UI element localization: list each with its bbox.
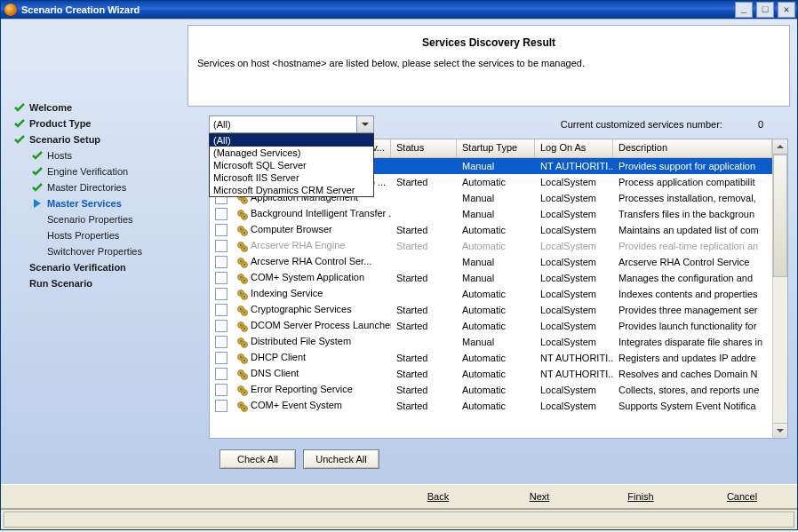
svg-point-44 <box>243 360 245 361</box>
col-startup[interactable]: Startup Type <box>457 139 535 157</box>
row-checkbox[interactable] <box>215 400 227 412</box>
row-checkbox[interactable] <box>215 336 227 348</box>
wizard-nav: Back Next Finish Cancel <box>1 484 797 509</box>
svg-point-56 <box>243 408 245 409</box>
col-logon[interactable]: Log On As <box>535 139 613 157</box>
row-checkbox[interactable] <box>215 304 227 316</box>
scroll-thumb[interactable] <box>773 155 787 277</box>
back-button[interactable]: Back <box>394 491 483 502</box>
row-checkbox[interactable] <box>215 368 227 380</box>
sidebar-item-run-scenario[interactable]: Run Scenario <box>13 275 188 291</box>
cell-desc: Registers and updates IP addre <box>613 351 772 365</box>
cell-status: Started <box>391 175 457 189</box>
sidebar-item-label: Run Scenario <box>29 278 92 289</box>
svg-point-28 <box>243 296 245 298</box>
cell-desc: Process application compatibilit <box>613 175 772 189</box>
check-icon <box>31 181 44 194</box>
minimize-button[interactable]: _ <box>735 2 753 18</box>
vertical-scrollbar[interactable] <box>772 139 787 438</box>
cell-startup: Automatic <box>457 383 535 397</box>
row-checkbox[interactable] <box>215 288 227 300</box>
svg-point-19 <box>240 260 242 262</box>
row-checkbox[interactable] <box>215 256 227 268</box>
scroll-down-button[interactable] <box>773 423 787 438</box>
svg-point-51 <box>240 388 242 390</box>
sidebar-item-label: Master Directories <box>47 182 126 193</box>
row-checkbox[interactable] <box>215 384 227 396</box>
filter-option[interactable]: Microsoft Dynamics CRM Server <box>210 184 373 196</box>
sidebar-item-scenario-setup[interactable]: Scenario Setup <box>13 131 188 147</box>
filter-option[interactable]: (All) <box>210 134 373 147</box>
table-row[interactable]: Arcserve RHA EngineStartedAutomaticLocal… <box>210 238 772 254</box>
cell-service-name: DNS Client <box>231 366 391 383</box>
window-title: Scenario Creation Wizard <box>21 4 733 15</box>
cell-service-name: Indexing Service <box>231 286 391 303</box>
table-row[interactable]: COM+ System ApplicationStartedManualLoca… <box>210 270 772 286</box>
table-row[interactable]: Indexing ServiceAutomaticLocalSystemInde… <box>210 286 772 302</box>
svg-point-27 <box>240 292 242 294</box>
cell-startup: Manual <box>457 271 535 285</box>
filter-option[interactable]: Microsoft IIS Server <box>210 171 373 184</box>
sidebar-item-engine-verification[interactable]: Engine Verification <box>31 163 188 179</box>
check-icon <box>13 101 26 114</box>
table-row[interactable]: Computer BrowserStartedAutomaticLocalSys… <box>210 222 772 238</box>
cell-desc: Arcserve RHA Control Service <box>613 255 772 269</box>
cell-status: Started <box>391 383 457 397</box>
table-row[interactable]: DHCP ClientStartedAutomaticNT AUTHORITI.… <box>210 350 772 366</box>
cell-startup: Automatic <box>457 239 535 253</box>
svg-point-32 <box>243 312 245 314</box>
col-description[interactable]: Description <box>613 139 772 157</box>
row-checkbox[interactable] <box>215 320 227 332</box>
cancel-button[interactable]: Cancel <box>698 491 786 502</box>
sidebar-item-switchover-properties[interactable]: Switchover Properties <box>31 243 188 259</box>
cell-desc: Provides real-time replication an <box>613 239 772 253</box>
cell-logon: NT AUTHORITI... <box>535 351 613 365</box>
chevron-down-icon[interactable] <box>356 116 373 132</box>
check-icon <box>13 117 26 130</box>
cell-service-name: Arcserve RHA Control Ser... <box>231 254 391 271</box>
sidebar-item-product-type[interactable]: Product Type <box>13 115 188 131</box>
table-row[interactable]: Error Reporting ServiceStartedAutomaticL… <box>210 382 772 398</box>
row-checkbox[interactable] <box>215 208 227 220</box>
sidebar-item-master-services[interactable]: Master Services <box>31 195 188 211</box>
header-panel: Services Discovery Result Services on ho… <box>188 25 790 107</box>
row-checkbox[interactable] <box>215 240 227 252</box>
table-row[interactable]: DCOM Server Process LauncherStartedAutom… <box>210 318 772 334</box>
sidebar-item-scenario-properties[interactable]: Scenario Properties <box>31 211 188 227</box>
scroll-up-button[interactable] <box>773 139 787 155</box>
cell-logon: NT AUTHORITI... <box>535 159 613 173</box>
cell-service-name: Distributed File System <box>231 334 391 351</box>
sidebar-item-hosts[interactable]: Hosts <box>31 147 188 163</box>
custom-count-value: 0 <box>758 119 763 130</box>
sidebar-item-label: Switchover Properties <box>47 246 142 257</box>
table-row[interactable]: Arcserve RHA Control Ser...ManualLocalSy… <box>210 254 772 270</box>
sidebar-item-label: Hosts <box>47 150 72 161</box>
col-status[interactable]: Status <box>391 139 457 157</box>
table-row[interactable]: Distributed File SystemManualLocalSystem… <box>210 334 772 350</box>
next-button[interactable]: Next <box>495 491 584 502</box>
table-row[interactable]: Background Intelligent Transfer ...Manua… <box>210 206 772 222</box>
table-row[interactable]: COM+ Event SystemStartedAutomaticLocalSy… <box>210 398 772 414</box>
cell-desc: Resolves and caches Domain N <box>613 367 772 381</box>
filter-option[interactable]: Microsoft SQL Server <box>210 159 373 171</box>
maximize-button[interactable]: □ <box>756 2 774 18</box>
table-row[interactable]: Cryptographic ServicesStartedAutomaticLo… <box>210 302 772 318</box>
sidebar-item-master-directories[interactable]: Master Directories <box>31 179 188 195</box>
cell-startup: Automatic <box>457 319 535 333</box>
filter-dropdown[interactable]: (All)(Managed Services)Microsoft SQL Ser… <box>209 133 374 197</box>
row-checkbox[interactable] <box>215 352 227 364</box>
svg-point-12 <box>243 232 245 234</box>
sidebar-item-scenario-verification[interactable]: Scenario Verification <box>13 259 188 275</box>
check-all-button[interactable]: Check All <box>219 449 296 469</box>
svg-point-16 <box>243 248 245 250</box>
filter-option[interactable]: (Managed Services) <box>210 147 373 159</box>
filter-combo[interactable]: (All) (All)(Managed Services)Microsoft S… <box>209 115 374 133</box>
close-button[interactable]: ✕ <box>778 2 795 18</box>
finish-button[interactable]: Finish <box>596 491 685 502</box>
row-checkbox[interactable] <box>215 224 227 236</box>
sidebar-item-welcome[interactable]: Welcome <box>13 99 188 115</box>
table-row[interactable]: DNS ClientStartedAutomaticNT AUTHORITI..… <box>210 366 772 382</box>
uncheck-all-button[interactable]: Uncheck All <box>303 449 379 469</box>
row-checkbox[interactable] <box>215 272 227 284</box>
sidebar-item-hosts-properties[interactable]: Hosts Properties <box>31 227 188 243</box>
